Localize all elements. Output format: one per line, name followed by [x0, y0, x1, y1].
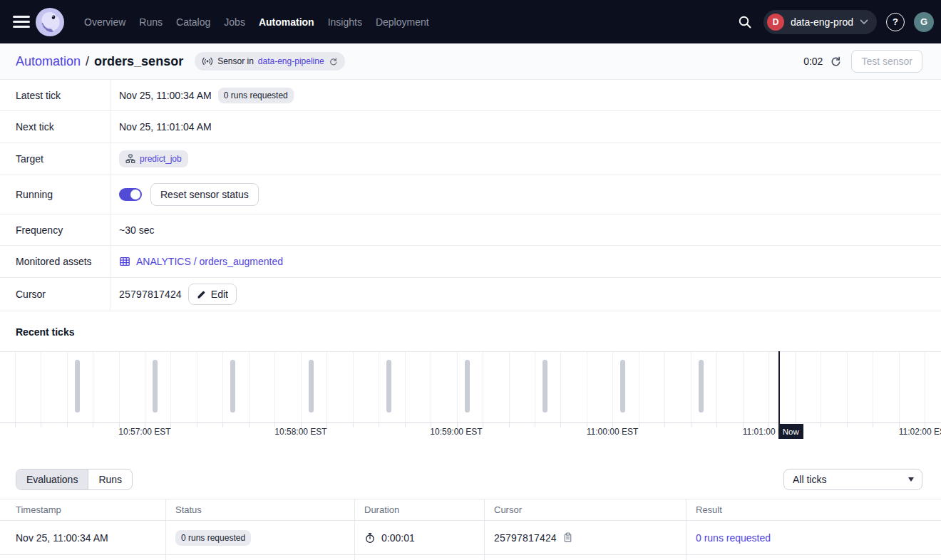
chart-gridline — [587, 352, 587, 422]
nav-item-deployment[interactable]: Deployment — [376, 16, 429, 28]
chart-gridline — [274, 352, 275, 422]
time-axis-label: 10:58:00 EST — [258, 427, 344, 437]
axis-tick-mark — [691, 423, 691, 427]
time-axis-line — [0, 422, 941, 423]
top-nav: Overview Runs Catalog Jobs Automation In… — [0, 0, 941, 43]
sensor-tick-bar[interactable] — [75, 360, 80, 413]
reload-location-icon[interactable] — [329, 57, 338, 66]
reset-sensor-status-button[interactable]: Reset sensor status — [150, 183, 259, 206]
tick-filter-dropdown[interactable]: All ticks — [783, 469, 922, 490]
latest-tick-label: Latest tick — [0, 80, 110, 110]
tab-evaluations[interactable]: Evaluations — [16, 470, 88, 489]
chart-gridline — [483, 352, 483, 422]
axis-tick-mark — [197, 423, 197, 427]
chart-gridline — [41, 352, 41, 422]
chart-gridline — [639, 352, 639, 422]
result-link[interactable]: 0 runs requested — [696, 532, 771, 544]
nav-item-catalog[interactable]: Catalog — [176, 16, 210, 28]
tick-filter-value: All ticks — [793, 474, 826, 485]
page-header: Automation / orders_sensor Sensor in dat… — [0, 43, 941, 80]
chart-gridline — [197, 352, 197, 422]
nav-item-insights[interactable]: Insights — [328, 16, 362, 28]
breadcrumb-automation-link[interactable]: Automation — [16, 54, 81, 69]
running-toggle[interactable] — [119, 188, 142, 201]
axis-tick-mark — [93, 423, 93, 427]
hamburger-menu-icon[interactable] — [13, 13, 30, 31]
sensor-tick-bar[interactable] — [699, 360, 704, 413]
chart-gridline — [691, 352, 691, 422]
time-axis-label: 11:02:00 EST — [882, 427, 941, 437]
code-location-link[interactable]: data-eng-pipeline — [258, 56, 324, 66]
col-timestamp: Timestamp — [0, 499, 166, 520]
chart-gridline — [925, 352, 925, 422]
refresh-icon[interactable] — [830, 56, 841, 67]
target-job-pill[interactable]: predict_job — [119, 150, 188, 167]
axis-tick-mark — [379, 423, 379, 427]
axis-tick-mark — [15, 423, 16, 427]
col-duration: Duration — [355, 499, 485, 520]
sensor-tick-bar[interactable] — [465, 360, 470, 413]
sensor-tick-bar[interactable] — [543, 360, 547, 413]
edit-cursor-button[interactable]: Edit — [188, 284, 237, 305]
sensor-type-badge: Sensor in data-eng-pipeline — [195, 52, 344, 71]
chart-gridline — [222, 352, 223, 422]
cell-result: 0 runs requested — [687, 521, 941, 554]
chart-gridline — [795, 352, 796, 422]
nav-item-automation[interactable]: Automation — [259, 16, 314, 28]
status-badge: 0 runs requested — [175, 530, 251, 546]
tab-runs[interactable]: Runs — [88, 470, 132, 489]
sensor-tick-bar[interactable] — [153, 360, 158, 413]
cell-status: 0 runs requested — [166, 521, 355, 554]
sensor-tick-bar[interactable] — [309, 360, 314, 413]
axis-tick-mark — [67, 423, 68, 427]
chart-gridline — [67, 352, 68, 422]
chart-gridline — [716, 352, 717, 422]
target-job-link: predict_job — [140, 154, 182, 164]
sensor-tick-bar[interactable] — [386, 360, 391, 413]
chart-gridline — [899, 352, 900, 422]
target-row: Target predict_job — [0, 143, 941, 175]
cursor-label: Cursor — [0, 278, 110, 311]
axis-tick-mark — [535, 423, 535, 427]
chart-gridline — [457, 352, 458, 422]
col-status: Status — [166, 499, 355, 520]
axis-tick-mark — [41, 423, 41, 427]
nav-item-runs[interactable]: Runs — [139, 16, 163, 28]
user-avatar[interactable]: G — [914, 12, 934, 32]
chart-gridline — [405, 352, 406, 422]
running-row: Running Reset sensor status — [0, 175, 941, 214]
help-icon[interactable]: ? — [886, 13, 905, 31]
dagster-logo-icon[interactable] — [36, 8, 64, 36]
cell-cursor: 25797817424 — [485, 521, 687, 554]
chart-gridline — [535, 352, 535, 422]
table-row-partial — [0, 555, 941, 560]
nav-item-overview[interactable]: Overview — [84, 16, 125, 28]
sensor-icon — [202, 56, 213, 67]
now-marker-badge: Now — [778, 424, 803, 439]
chart-gridline — [379, 352, 379, 422]
axis-tick-mark — [716, 423, 717, 427]
axis-tick-mark — [847, 423, 848, 427]
deployment-switcher[interactable]: D data-eng-prod — [763, 10, 877, 34]
target-label: Target — [0, 143, 110, 175]
sensor-tick-bar[interactable] — [230, 360, 235, 413]
time-axis-label: 10:57:00 EST — [102, 427, 187, 437]
sensor-tick-bar[interactable] — [620, 360, 625, 413]
latest-tick-value: Nov 25, 11:00:34 AM — [119, 90, 212, 101]
nav-item-jobs[interactable]: Jobs — [224, 16, 245, 28]
nav-links: Overview Runs Catalog Jobs Automation In… — [84, 16, 429, 28]
copy-clipboard-icon[interactable] — [562, 532, 573, 543]
frequency-value: ~30 sec — [119, 224, 154, 236]
cell-duration: 0:00:01 — [355, 521, 485, 554]
test-sensor-button[interactable]: Test sensor — [851, 50, 922, 73]
ticks-view-tabs: Evaluations Runs — [16, 469, 133, 490]
chart-gridline — [743, 352, 744, 422]
chart-gridline — [612, 352, 613, 422]
refresh-countdown: 0:02 — [803, 56, 823, 67]
chart-gridline — [509, 352, 510, 422]
chart-gridline — [560, 352, 561, 422]
time-axis-label: 10:59:00 EST — [413, 427, 499, 437]
monitored-asset-link[interactable]: ANALYTICS / orders_augmented — [119, 256, 283, 267]
search-icon[interactable] — [736, 13, 754, 31]
chart-gridline — [664, 352, 665, 422]
